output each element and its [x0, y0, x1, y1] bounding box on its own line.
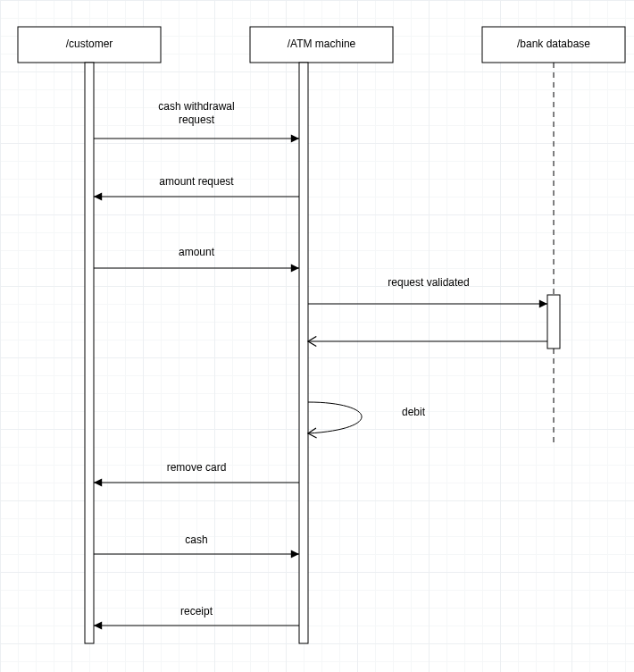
message-debit-self: debit: [308, 402, 426, 433]
participant-customer-label: /customer: [66, 38, 113, 50]
message-amount: amount: [94, 246, 299, 268]
message-label: remove card: [167, 461, 227, 474]
message-label: cash withdrawal: [158, 100, 234, 113]
message-label: amount request: [159, 175, 234, 188]
message-cash: cash: [94, 533, 299, 554]
message-label: request validated: [388, 276, 469, 289]
participant-atm: /ATM machine: [250, 27, 393, 643]
sequence-diagram: /customer /ATM machine /bank database ca…: [0, 0, 634, 672]
message-label: request: [179, 113, 215, 126]
participant-customer: /customer: [18, 27, 161, 643]
self-message-arc: [308, 402, 362, 433]
message-label: cash: [185, 533, 207, 546]
message-remove-card: remove card: [94, 461, 299, 483]
message-label: debit: [402, 406, 426, 418]
activation-customer: [85, 63, 94, 643]
message-label: receipt: [180, 605, 213, 617]
message-receipt: receipt: [94, 605, 299, 626]
activation-atm: [299, 63, 308, 643]
message-label: amount: [179, 246, 215, 258]
message-amount-request: amount request: [94, 175, 299, 197]
message-request-validated: request validated: [308, 276, 547, 304]
participant-bank: /bank database: [482, 27, 625, 447]
activation-bank: [547, 295, 560, 349]
participant-atm-label: /ATM machine: [288, 38, 356, 50]
participant-bank-label: /bank database: [517, 38, 590, 50]
message-cash-withdrawal-request: cash withdrawal request: [94, 100, 299, 139]
